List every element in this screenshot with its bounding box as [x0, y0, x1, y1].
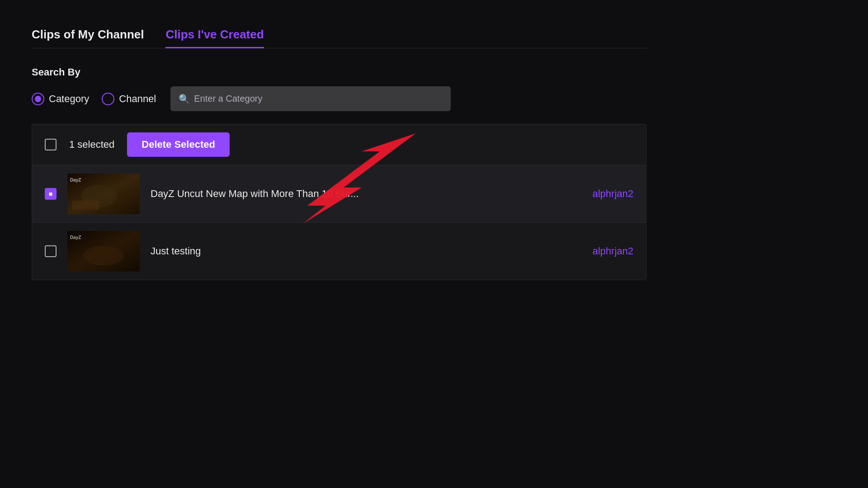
clip-title-1: DayZ Uncut New Map with More Than 10 Sur… [151, 188, 581, 200]
clip-row-2: DayZ Just testing alphrjan2 [32, 223, 646, 280]
select-all-checkbox[interactable] [45, 139, 57, 150]
tab-channel[interactable]: Clips of My Channel [32, 28, 144, 48]
radio-category[interactable]: Category [32, 93, 89, 105]
clip-thumbnail-2: DayZ [67, 231, 140, 272]
search-input-wrap: 🔍 [170, 86, 451, 111]
svg-point-10 [83, 246, 124, 266]
search-controls: Category Channel 🔍 [32, 86, 646, 111]
radio-group: Category Channel [32, 93, 156, 105]
radio-channel[interactable]: Channel [102, 93, 156, 105]
toolbar-row: 1 selected Delete Selected [32, 124, 646, 165]
clip-checkbox-1[interactable] [45, 188, 57, 200]
radio-circle-category [32, 93, 44, 105]
selected-count: 1 selected [69, 139, 114, 150]
delete-selected-button[interactable]: Delete Selected [127, 132, 230, 157]
clip-title-2: Just testing [151, 245, 581, 257]
clip-checkbox-2[interactable] [45, 245, 57, 257]
clip-channel-1[interactable]: alphrjan2 [592, 188, 633, 200]
clip-row-1: DayZ DayZ Uncut New Map with More Than 1… [32, 165, 646, 223]
radio-circle-channel [102, 93, 114, 105]
search-by-label: Search By [32, 66, 646, 78]
clip-thumbnail-1: DayZ [67, 174, 140, 214]
radio-label-channel: Channel [119, 93, 156, 105]
radio-label-category: Category [49, 93, 89, 105]
clip-list: DayZ DayZ Uncut New Map with More Than 1… [32, 165, 646, 280]
search-section: Search By Category Channel 🔍 [32, 66, 646, 111]
tab-created[interactable]: Clips I've Created [165, 28, 264, 48]
clip-channel-2[interactable]: alphrjan2 [592, 245, 633, 257]
tabs-container: Clips of My Channel Clips I've Created [32, 27, 646, 48]
search-icon: 🔍 [179, 94, 190, 104]
svg-rect-5 [72, 201, 99, 210]
category-search-input[interactable] [170, 86, 451, 111]
